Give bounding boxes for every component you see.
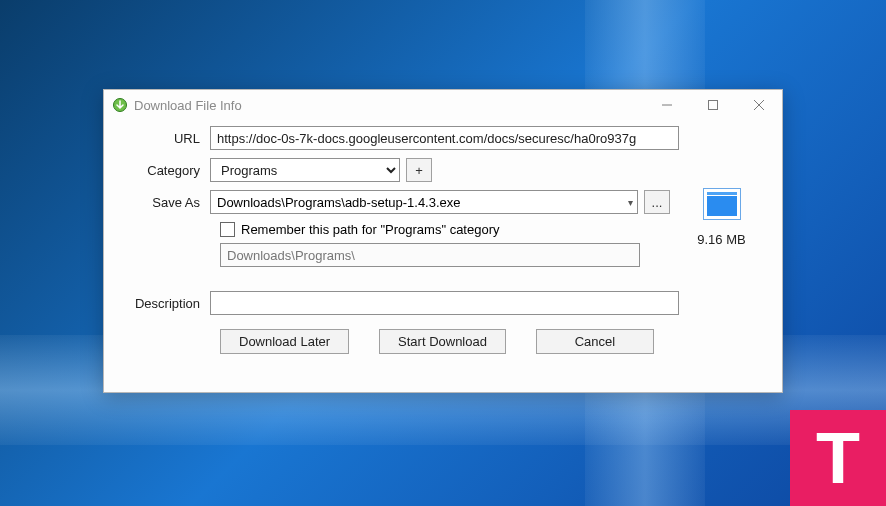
url-input[interactable] bbox=[210, 126, 679, 150]
category-select[interactable]: Programs bbox=[210, 158, 400, 182]
remember-path-display: Downloads\Programs\ bbox=[220, 243, 640, 267]
download-later-button[interactable]: Download Later bbox=[220, 329, 349, 354]
category-label: Category bbox=[122, 163, 210, 178]
window-controls bbox=[644, 90, 782, 120]
remember-path-label: Remember this path for "Programs" catego… bbox=[241, 222, 500, 237]
minimize-button[interactable] bbox=[644, 90, 690, 120]
url-label: URL bbox=[122, 131, 210, 146]
add-category-button[interactable]: + bbox=[406, 158, 432, 182]
download-file-info-dialog: Download File Info URL Category bbox=[103, 89, 783, 393]
saveas-value: Downloads\Programs\adb-setup-1.4.3.exe bbox=[217, 195, 461, 210]
maximize-button[interactable] bbox=[690, 90, 736, 120]
saveas-label: Save As bbox=[122, 195, 210, 210]
window-title: Download File Info bbox=[134, 98, 242, 113]
start-download-button[interactable]: Start Download bbox=[379, 329, 506, 354]
saveas-combobox[interactable]: Downloads\Programs\adb-setup-1.4.3.exe ▾ bbox=[210, 190, 638, 214]
close-button[interactable] bbox=[736, 90, 782, 120]
cancel-button[interactable]: Cancel bbox=[536, 329, 654, 354]
description-label: Description bbox=[122, 296, 210, 311]
app-icon bbox=[112, 97, 128, 113]
chevron-down-icon: ▾ bbox=[628, 197, 633, 208]
file-type-icon bbox=[703, 188, 741, 220]
svg-rect-2 bbox=[709, 101, 718, 110]
file-size-label: 9.16 MB bbox=[697, 232, 745, 247]
titlebar[interactable]: Download File Info bbox=[104, 90, 782, 120]
remember-path-checkbox[interactable] bbox=[220, 222, 235, 237]
browse-button[interactable]: ... bbox=[644, 190, 670, 214]
watermark-badge: T bbox=[790, 410, 886, 506]
description-input[interactable] bbox=[210, 291, 679, 315]
